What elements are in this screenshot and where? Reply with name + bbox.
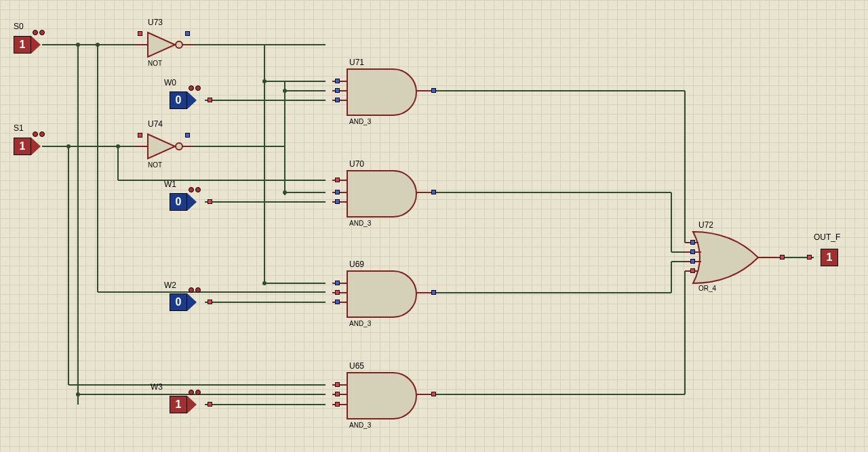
input-label-s1: S1 [14,123,24,133]
logic-state-value: 1 [14,138,31,155]
gate-ref-u74: U74 [148,119,163,129]
signal-dot [335,382,340,387]
svg-point-5 [283,89,287,93]
not-gate-u74 [136,134,193,159]
signal-dot [208,98,212,102]
input-label-w3: W3 [151,382,163,392]
logic-state-tip-icon [31,36,41,54]
signal-dot [335,178,340,182]
logic-state-tip-icon [187,396,197,413]
gate-ref-u73: U73 [148,18,163,27]
signal-dot [138,133,142,138]
gate-type-u71: AND_3 [349,118,371,125]
signal-dot [335,281,340,285]
logic-probe-out[interactable]: 1 [821,249,850,266]
logic-state-value: 0 [170,293,187,311]
gate-type-u69: AND_3 [349,320,371,327]
svg-point-1 [96,43,100,47]
output-label: OUT_F [814,232,840,242]
logic-state-s0[interactable]: 1 [14,36,43,54]
svg-point-4 [262,79,267,83]
signal-dot [335,392,340,396]
signal-dot [335,290,340,295]
signal-dot [335,199,340,204]
signal-dot [335,300,340,304]
logic-state-value: 0 [170,193,187,211]
signal-dot [690,240,695,245]
input-label-s0: S0 [14,22,24,31]
wire-layer [0,0,868,452]
and-gate-u71 [332,69,434,115]
and-gate-u65 [332,373,434,419]
svg-point-9 [176,41,182,48]
logic-state-tip-icon [187,293,197,311]
signal-dot [208,300,212,304]
gate-ref-u70: U70 [349,159,364,169]
or-gate-u72 [685,232,778,283]
gate-ref-u69: U69 [349,260,364,269]
svg-point-6 [283,190,287,194]
and-gate-u70 [332,171,434,217]
logic-state-w2[interactable]: 0 [170,293,199,311]
logic-state-value: 1 [170,396,187,413]
signal-dot [690,268,695,273]
signal-dot [185,31,190,36]
logic-state-tip-icon [31,138,41,155]
signal-dot [690,249,695,254]
signal-dot [807,255,812,260]
signal-dot [335,98,340,102]
svg-point-3 [116,144,120,148]
gate-type-u74: NOT [148,161,162,169]
logic-state-w0[interactable]: 0 [170,91,199,109]
signal-dot [431,392,436,396]
signal-dot [431,190,436,194]
svg-point-12 [176,143,182,150]
logic-state-value: 0 [170,91,187,109]
signal-dot [335,190,340,194]
signal-dot [335,402,340,407]
input-label-w2: W2 [164,281,176,290]
svg-point-0 [76,43,80,47]
input-label-w1: W1 [164,180,176,189]
signal-dot [431,88,436,93]
signal-dot [690,259,695,264]
logic-state-tip-icon [187,193,197,211]
not-gate-u73 [136,33,193,57]
logic-state-value: 1 [821,249,838,266]
gate-type-u72: OR_4 [698,285,716,292]
signal-dot [208,402,212,407]
signal-dot [185,133,190,138]
logic-state-tip-icon [187,91,197,109]
logic-state-w1[interactable]: 0 [170,193,199,211]
signal-dot [431,290,436,295]
signal-dot [335,79,340,83]
svg-point-2 [66,144,71,148]
logic-state-w3[interactable]: 1 [170,396,199,413]
gate-type-u70: AND_3 [349,220,371,227]
signal-dot [780,255,785,260]
gate-ref-u65: U65 [349,361,364,371]
signal-dot [138,31,142,36]
gate-type-u73: NOT [148,60,162,67]
gate-ref-u71: U71 [349,58,364,67]
gate-ref-u72: U72 [698,220,713,230]
svg-point-8 [76,392,80,396]
logic-state-s1[interactable]: 1 [14,138,43,155]
gate-type-u65: AND_3 [349,422,371,429]
svg-point-7 [262,281,267,285]
signal-dot [208,199,212,204]
input-label-w0: W0 [164,78,176,87]
signal-dot [335,88,340,93]
logic-state-value: 1 [14,36,31,54]
and-gate-u69 [332,271,434,317]
